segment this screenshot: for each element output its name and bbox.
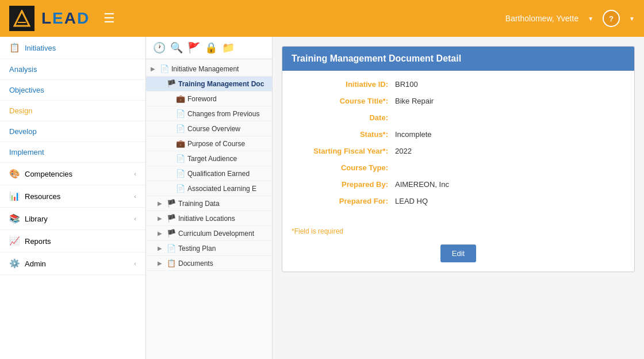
resources-chevron: ‹	[134, 193, 136, 200]
sidebar-label-develop: Develop	[9, 127, 37, 136]
sidebar-item-resources[interactable]: 📊 Resources ‹	[0, 185, 145, 208]
edit-button[interactable]: Edit	[440, 245, 476, 262]
sidebar-label-analysis: Analysis	[9, 65, 37, 74]
sidebar-item-reports[interactable]: 📈 Reports	[0, 230, 145, 253]
flag-yellow-icon: 🏴	[167, 79, 176, 88]
flag-red-icon: 🏴	[167, 229, 176, 238]
library-chevron: ‹	[134, 215, 136, 222]
value-prepared-by: AIMEREON, Inc	[395, 180, 625, 189]
sidebar-item-library[interactable]: 📚 Library ‹	[0, 208, 145, 230]
tree-item-documents[interactable]: ▶ 📋 Documents	[146, 256, 272, 271]
logo-icon	[9, 6, 34, 31]
tree-arrow: ▶	[158, 245, 164, 251]
tree-item-curriculum-development[interactable]: ▶ 🏴 Curriculum Development	[146, 226, 272, 241]
tree-item-training-data[interactable]: ▶ 🏴 Training Data	[146, 196, 272, 211]
tree-item-target-audience[interactable]: 📄 Target Audience	[146, 151, 272, 166]
right-panel: Training Management Document Detail Init…	[273, 37, 644, 359]
svg-marker-0	[14, 11, 29, 26]
field-row-status: Status*: Incomplete	[292, 130, 625, 139]
top-navigation: LEAD ☰ Bartholomew, Yvette ▼ ? ▼	[0, 0, 644, 37]
tree-item-associated-learning[interactable]: 📄 Associated Learning E	[146, 181, 272, 196]
value-initiative-id: BR100	[395, 80, 625, 89]
reports-icon: 📈	[9, 236, 20, 246]
initiatives-icon: 📋	[9, 43, 20, 53]
doc-icon: 📄	[176, 109, 185, 118]
sidebar-item-develop[interactable]: Develop	[0, 121, 145, 142]
tree-item-testing-plan[interactable]: ▶ 📄 Testing Plan	[146, 241, 272, 256]
sidebar-item-admin[interactable]: ⚙️ Admin ‹	[0, 253, 145, 275]
tree-item-course-overview[interactable]: 📄 Course Overview	[146, 121, 272, 136]
detail-card: Training Management Document Detail Init…	[282, 46, 635, 272]
tree-item-foreword[interactable]: 💼 Foreword	[146, 91, 272, 106]
detail-body: Initiative ID: BR100 Course Title*: Bike…	[282, 71, 634, 223]
resources-icon: 📊	[9, 191, 20, 201]
field-row-date: Date:	[292, 113, 625, 122]
tree-label: Testing Plan	[178, 245, 216, 253]
hamburger-menu[interactable]: ☰	[103, 11, 115, 26]
tree-arrow: ▶	[158, 260, 164, 266]
help-label: ?	[609, 14, 614, 23]
tree-item-qualification-earned[interactable]: 📄 Qualification Earned	[146, 166, 272, 181]
tree-item-purpose-of-course[interactable]: 💼 Purpose of Course	[146, 136, 272, 151]
briefcase-icon: 💼	[176, 94, 185, 103]
tree-item-training-management-doc[interactable]: 🏴 Training Management Doc	[146, 77, 272, 91]
sidebar-label-resources: Resources	[25, 192, 60, 201]
logo-area: LEAD ☰	[9, 6, 115, 31]
tree-arrow: ▶	[158, 230, 164, 236]
tree-item-changes-from-previous[interactable]: 📄 Changes from Previous	[146, 106, 272, 121]
library-icon: 📚	[9, 213, 20, 224]
detail-header: Training Management Document Detail	[282, 47, 634, 71]
tree-arrow: ▶	[151, 66, 158, 72]
doc-icon: 📄	[176, 184, 185, 193]
folder-icon[interactable]: 📁	[222, 41, 235, 54]
admin-chevron: ‹	[134, 260, 136, 267]
competencies-chevron: ‹	[134, 170, 136, 177]
help-button[interactable]: ?	[603, 10, 620, 27]
tree-panel: ▶ 📄 Initiative Management 🏴 Training Man…	[146, 59, 272, 273]
sidebar-label-objectives: Objectives	[9, 86, 44, 94]
sidebar-item-initiatives[interactable]: 📋 Initiatives	[0, 37, 145, 59]
tree-label: Course Overview	[187, 125, 240, 133]
briefcase-icon: 💼	[176, 139, 185, 148]
sidebar: 📋 Initiatives Analysis Objectives Design…	[0, 37, 146, 359]
tree-item-initiative-locations[interactable]: ▶ 🏴 Initiative Locations	[146, 211, 272, 226]
sidebar-label-admin: Admin	[25, 259, 46, 268]
history-icon[interactable]: 🕐	[153, 41, 166, 54]
tree-label: Foreword	[187, 95, 217, 103]
sidebar-item-implement[interactable]: Implement	[0, 142, 145, 163]
tree-label: Associated Learning E	[187, 185, 256, 193]
user-name-label[interactable]: Bartholomew, Yvette	[505, 14, 578, 23]
nav-right: Bartholomew, Yvette ▼ ? ▼	[505, 10, 635, 27]
field-row-prepared-by: Prepared By: AIMEREON, Inc	[292, 180, 625, 189]
sidebar-label-library: Library	[25, 215, 48, 223]
tree-label: Documents	[178, 259, 213, 268]
tree-label: Training Data	[178, 200, 220, 208]
middle-panel: 🕐 🔍 🚩 🔒 📁 ▶ 📄 Initiative Management 🏴 Tr…	[146, 37, 273, 359]
sidebar-label-implement: Implement	[9, 148, 44, 156]
help-dropdown-arrow[interactable]: ▼	[629, 16, 635, 22]
tree-label: Initiative Management	[171, 65, 239, 73]
competencies-icon: 🎨	[9, 169, 20, 179]
value-course-title: Bike Repair	[395, 97, 625, 105]
lock-icon[interactable]: 🔒	[205, 41, 217, 54]
sidebar-item-competencies[interactable]: 🎨 Competencies ‹	[0, 163, 145, 185]
search-icon[interactable]: 🔍	[170, 41, 183, 54]
sidebar-item-analysis[interactable]: Analysis	[0, 59, 145, 80]
tree-label: Initiative Locations	[178, 215, 235, 223]
main-layout: 📋 Initiatives Analysis Objectives Design…	[0, 37, 644, 359]
tree-arrow: ▶	[158, 200, 164, 207]
tree-arrow: ▶	[158, 215, 164, 221]
sidebar-item-design[interactable]: Design	[0, 101, 145, 121]
flag-green-icon: 🏴	[167, 214, 176, 223]
tree-label: Target Audience	[187, 155, 237, 163]
doc-icon: 📄	[167, 244, 176, 253]
flag-icon[interactable]: 🚩	[187, 41, 200, 54]
app-logo-text: LEAD	[41, 9, 90, 28]
required-note-text: *Field is required	[292, 227, 343, 235]
field-row-course-type: Course Type:	[292, 163, 625, 172]
user-dropdown-arrow[interactable]: ▼	[588, 16, 593, 22]
label-starting-fiscal-year: Starting Fiscal Year*:	[292, 147, 395, 155]
sidebar-item-objectives[interactable]: Objectives	[0, 80, 145, 101]
tree-item-initiative-management[interactable]: ▶ 📄 Initiative Management	[146, 62, 272, 77]
tree-label: Purpose of Course	[187, 140, 245, 148]
